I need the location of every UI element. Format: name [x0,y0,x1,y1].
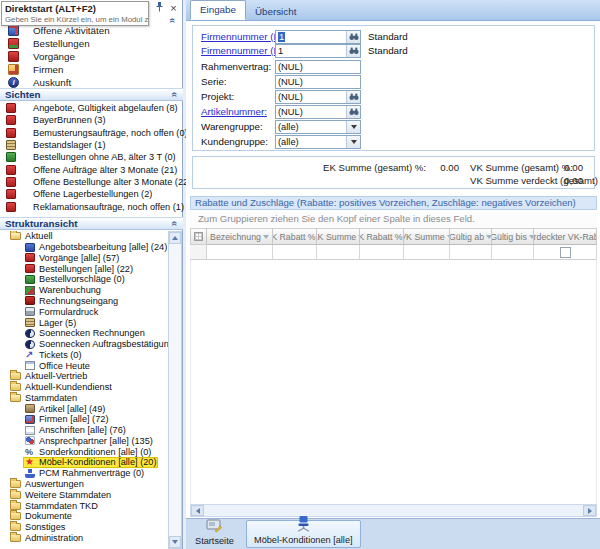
book-red-icon [6,128,16,138]
horizontal-scrollbar[interactable] [190,504,597,517]
dropdown-icon[interactable] [346,136,360,148]
quick-link[interactable]: Bestellungen [0,37,183,50]
filter-cell[interactable] [450,245,492,260]
grid-group-header: Rabatte und Zuschläge (Rabatte: positive… [190,196,597,210]
collapse-icon[interactable] [169,89,180,100]
book-red-icon [25,253,35,262]
collapse-icon[interactable] [169,218,180,229]
tree-item[interactable]: Aktuell [0,231,168,242]
filter-cell[interactable] [207,245,273,260]
tree-item[interactable]: Administration [0,532,168,543]
tree-item[interactable]: Möbel-Konditionen [alle] (20) [0,457,168,468]
tree-item-content: Anschriften [alle] (76) [23,425,128,436]
sichten-item[interactable]: Offene Bestellunge älter 3 Monate (22) [0,176,183,188]
scroll-right-icon[interactable] [583,505,596,516]
tree-item[interactable]: Weitere Stammdaten [0,489,168,500]
tree-item-label: Möbel-Konditionen [alle] (20) [39,457,156,467]
tree-item[interactable]: Bestellvorschläge (0) [0,274,168,285]
filter-icon[interactable] [263,235,269,239]
filter-cell[interactable] [360,245,404,260]
projekt-input[interactable]: (NUL) [275,90,361,104]
sichten-item[interactable]: Bestellungen ohne AB, älter 3 T (0) [0,151,183,163]
document-tab-bar: Startseite Möbel-Konditionen [alle] [186,518,600,549]
filter-cell[interactable] [404,245,450,260]
sichten-item[interactable]: Reklamationsaufträge, noch offen (1) [0,200,183,212]
rahmenvertrag-input[interactable]: (NUL) [275,60,361,74]
sichten-item[interactable]: Angebote, Gültigkeit abgelaufen (8) [0,102,183,114]
printer-icon [25,307,35,316]
lookup-icon[interactable] [346,31,360,43]
column-header[interactable]: VK Rabatt % [360,228,404,245]
sichten-item[interactable]: Bestandslager (1) [0,139,183,151]
column-header-label: Bezeichnung [210,232,261,242]
sichten-item[interactable]: Bemusterungsaufträge, noch offen (0) [0,127,183,139]
tree-item[interactable]: Aktuell-Vertrieb [0,371,168,382]
filter-cell[interactable] [492,245,534,260]
quick-link[interactable]: Vorgänge [0,50,183,63]
firmennummer-kunde-input[interactable]: 1 [275,30,361,44]
close-icon[interactable]: × [168,3,179,14]
lookup-icon[interactable] [346,45,360,57]
artikelnummer-input[interactable]: (NUL) [275,105,361,119]
kundengruppe-select[interactable]: (alle) [275,135,361,149]
tree-item[interactable]: Anschriften [alle] (76) [0,425,168,436]
tree-item[interactable]: Stammdaten TKD [0,500,168,511]
serie-input[interactable]: (NUL) [275,75,361,89]
tree-item[interactable]: Bestellungen [alle] (22) [0,263,168,274]
tree-item-label: Aktuell-Vertrieb [25,371,87,381]
scroll-left-icon[interactable] [191,505,204,516]
tree-item[interactable]: Angebotsbearbeitung [alle] (24) [0,242,168,253]
tree-item[interactable]: Aktuell-Kundendienst [0,382,168,393]
filter-cell-verdeckter[interactable] [534,245,597,260]
tree-item[interactable]: Soennecken Auftragsbestätigungen [0,339,168,350]
warengruppe-select[interactable]: (alle) [275,120,361,134]
tree-item[interactable]: Auswertungen [0,479,168,490]
dropdown-icon[interactable] [346,121,360,133]
lookup-icon[interactable] [346,106,360,118]
tree-item[interactable]: Stammdaten [0,392,168,403]
column-header[interactable]: VK Summe [404,228,450,245]
sichten-item[interactable]: BayerBrunnen (3) [0,114,183,126]
tree-item-label: Vorgänge [alle] (57) [39,253,119,263]
scroll-up-icon[interactable] [169,232,181,244]
tree-item[interactable]: Firmen [alle] (72) [0,414,168,425]
tree-item[interactable]: Tickets (0) [0,349,168,360]
tree-item[interactable]: Rechnungseingang [0,296,168,307]
column-header[interactable]: Bezeichnung [207,228,273,245]
tab-startseite[interactable]: Startseite [188,520,241,548]
tree-item[interactable]: Dokumente [0,511,168,522]
artikelnummer-label[interactable]: Artikelnummer: [201,105,267,119]
tree-scrollbar[interactable] [168,231,182,549]
scroll-down-icon[interactable] [169,536,181,548]
sichten-item[interactable]: Offene Aufträge älter 3 Monate (21) [0,163,183,175]
tree-item[interactable]: Soennecken Rechnungen [0,328,168,339]
tree-item[interactable]: PCM Rahmenverträge (0) [0,468,168,479]
column-header[interactable]: EK Summe [317,228,360,245]
firmennummer-lieferant-input[interactable]: 1 [275,44,361,58]
tree-item[interactable]: Formulardruck [0,306,168,317]
sichten-item[interactable]: Offene Lagerbestellungen (2) [0,188,183,200]
column-header[interactable]: EK Rabatt % [273,228,317,245]
column-header[interactable]: Verdeckter VK-Rab [534,228,597,245]
column-header[interactable]: Gültig bis [492,228,534,245]
tree-item[interactable]: Läger (5) [0,317,168,328]
tree-item[interactable]: Office Heute [0,360,168,371]
tab-uebersicht[interactable]: Übersicht [246,3,305,20]
lookup-icon[interactable] [346,91,360,103]
tree-item[interactable]: Ansprechpartner [alle] (135) [0,436,168,447]
pin-icon[interactable] [155,2,164,14]
tab-eingabe[interactable]: Eingabe [190,0,246,20]
quick-link[interactable]: Firmen [0,63,183,76]
filter-cell[interactable] [273,245,317,260]
tree-item[interactable]: Warenbuchung [0,285,168,296]
collapse-icon[interactable] [167,15,178,26]
direktstart-box[interactable]: Direktstart (ALT+F2) Geben Sie ein Kürze… [1,1,149,26]
tab-moebel-konditionen[interactable]: Möbel-Konditionen [alle] [246,520,361,548]
folder-icon [10,523,21,531]
tree-item[interactable]: Sonstiges [0,522,168,533]
tree-item[interactable]: Artikel [alle] (49) [0,403,168,414]
verdeckter-checkbox[interactable] [560,247,571,258]
column-header[interactable]: Gültig ab [450,228,492,245]
tree-item[interactable]: Vorgänge [alle] (57) [0,253,168,264]
filter-cell[interactable] [317,245,360,260]
